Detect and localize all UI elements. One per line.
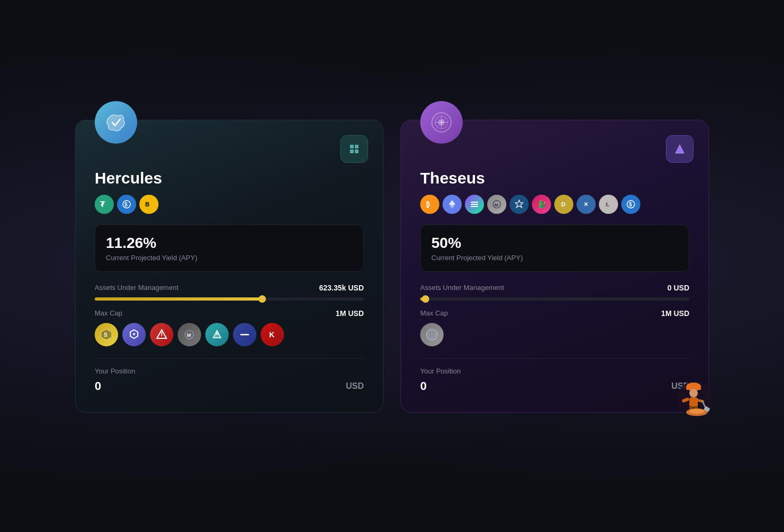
theseus-card: Theseus ₿ M 🐉 [401, 120, 709, 413]
token-sol [465, 195, 484, 214]
hercules-maxcap-row: Max Cap 1M USD [95, 309, 364, 318]
theseus-position-row: 0 USD [420, 379, 689, 393]
token-usdc: $ [117, 195, 136, 214]
token-comp [510, 195, 529, 214]
svg-marker-24 [449, 200, 455, 206]
svg-text:✕: ✕ [583, 201, 588, 207]
svg-text:🐉: 🐉 [537, 200, 547, 209]
hercules-title: Hercules [95, 169, 364, 187]
theseus-apy-label: Current Projected Yield (APY) [431, 254, 678, 262]
token-xrp: ✕ [577, 195, 596, 214]
theseus-position-label: Your Position [420, 367, 689, 375]
svg-text:$: $ [629, 202, 632, 207]
hercules-apy-value: 11.26% [106, 235, 353, 252]
theseus-avatar [420, 101, 463, 144]
token-usdc2: $ [621, 195, 640, 214]
theseus-progress-thumb [422, 295, 429, 303]
protocol-theseus-main [420, 323, 444, 346]
svg-rect-46 [689, 397, 698, 407]
protocol-chainlink [122, 323, 146, 346]
protocol-arbitrum [150, 323, 173, 346]
svg-marker-31 [515, 200, 523, 207]
hercules-apy-box: 11.26% Current Projected Yield (APY) [95, 225, 364, 272]
theseus-apy-box: 50% Current Projected Yield (APY) [420, 225, 689, 272]
theseus-maxcap-value: 1M USD [661, 309, 689, 318]
svg-text:M: M [495, 203, 498, 207]
protocol-aave [205, 323, 229, 346]
hercules-progress-bar [95, 297, 364, 301]
svg-point-52 [689, 409, 704, 414]
theseus-apy-value: 50% [431, 235, 678, 252]
svg-point-16 [216, 332, 218, 335]
theseus-title: Theseus [420, 169, 689, 187]
svg-text:S: S [104, 332, 107, 338]
token-dragon: 🐉 [532, 195, 551, 214]
theseus-protocols [420, 323, 689, 346]
svg-rect-0 [350, 145, 354, 148]
theseus-action-button[interactable] [666, 135, 694, 163]
token-usdt: ₮ [95, 195, 114, 214]
theseus-position-value: 0 [420, 379, 427, 393]
theseus-aum-label: Assets Under Management [420, 284, 504, 292]
hercules-token-icons: ₮ $ B [95, 195, 364, 214]
theseus-maxcap-label: Max Cap [420, 309, 448, 317]
token-eth [443, 195, 462, 214]
token-btc: ₿ [420, 195, 439, 214]
svg-point-45 [689, 389, 698, 397]
svg-rect-2 [350, 149, 354, 153]
hercules-position-currency: USD [346, 381, 364, 391]
token-mim-t: M [487, 195, 506, 214]
hercules-protocols: S M K [95, 323, 364, 346]
theseus-token-icons: ₿ M 🐉 D [420, 195, 689, 214]
svg-text:$: $ [124, 202, 128, 207]
hercules-card: Hercules ₮ $ B 11.26% Current Projected … [75, 120, 383, 413]
hercules-aum-label: Assets Under Management [95, 284, 179, 292]
svg-text:D: D [561, 201, 565, 207]
hercules-aum-value: 623.35k USD [319, 284, 364, 292]
protocol-synthetix: S [95, 323, 118, 346]
hercules-progress-fill [95, 297, 262, 301]
worker-icon [666, 370, 714, 418]
hercules-aum-row: Assets Under Management 623.35k USD [95, 284, 364, 292]
svg-text:B: B [145, 201, 149, 207]
theseus-progress-bar [420, 297, 689, 301]
protocol-generic [233, 323, 256, 346]
hercules-action-button[interactable] [340, 135, 368, 163]
svg-text:₿: ₿ [426, 201, 430, 209]
token-busd: B [139, 195, 159, 214]
svg-text:Ł: Ł [606, 201, 610, 207]
token-doge: D [554, 195, 573, 214]
svg-text:M: M [187, 332, 191, 338]
theseus-divider [420, 358, 689, 359]
hercules-apy-label: Current Projected Yield (APY) [106, 254, 353, 262]
protocol-mim: M [178, 323, 201, 346]
protocol-kwenta: K [261, 323, 284, 346]
svg-point-11 [133, 333, 135, 335]
svg-marker-22 [675, 145, 684, 153]
theseus-aum-row: Assets Under Management 0 USD [420, 284, 689, 292]
hercules-maxcap-value: 1M USD [336, 309, 364, 318]
hercules-position-value: 0 [95, 379, 101, 393]
hercules-position-label: Your Position [95, 367, 364, 375]
svg-rect-1 [355, 145, 358, 148]
theseus-aum-value: 0 USD [668, 284, 689, 292]
hercules-avatar [95, 101, 137, 144]
svg-text:₮: ₮ [100, 200, 105, 209]
hercules-progress-thumb [258, 295, 266, 303]
hercules-position-row: 0 USD [95, 379, 364, 393]
svg-text:K: K [269, 330, 274, 339]
cards-container: Hercules ₮ $ B 11.26% Current Projected … [75, 120, 709, 413]
hercules-maxcap-label: Max Cap [95, 309, 122, 317]
theseus-maxcap-row: Max Cap 1M USD [420, 309, 689, 318]
svg-rect-3 [355, 149, 358, 153]
hercules-divider [95, 358, 364, 359]
token-ltc: Ł [599, 195, 618, 214]
